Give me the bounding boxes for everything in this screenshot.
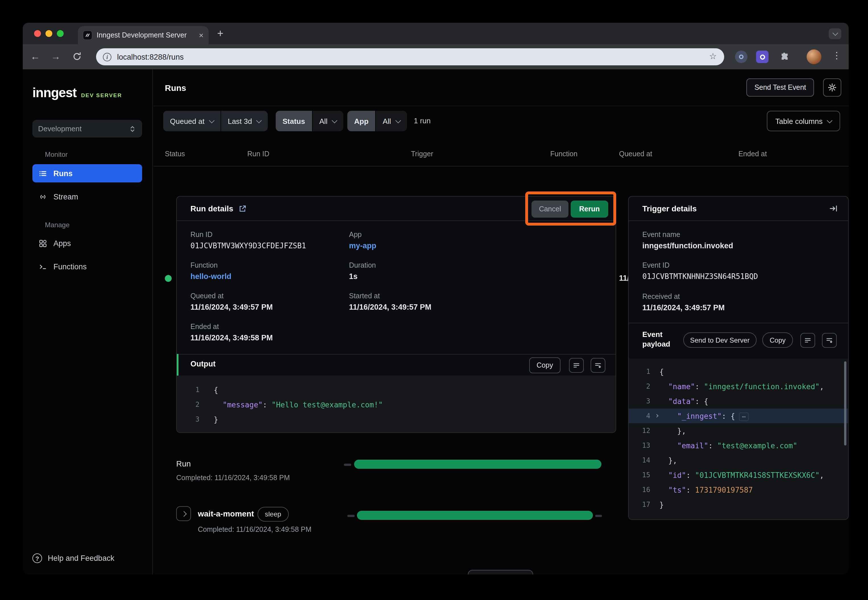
payload-scroll-to-bottom-button[interactable] [822,333,837,348]
code-text: "data": { [650,397,708,405]
code-line: 4› "_inngest": {⋯ [629,409,848,423]
line-number: 12 [629,427,650,435]
table-columns-button[interactable]: Table columns [767,111,840,131]
line-number: 2 [629,382,650,390]
payload-divider [629,323,848,323]
date-range-filter[interactable]: Last 3d [221,111,268,131]
bottom-cutoff-button[interactable] [468,570,533,574]
site-info-icon[interactable]: i [103,53,111,61]
browser-tab-strip: Inngest Development Server × + [23,23,849,44]
tab-search-button[interactable] [829,29,841,39]
event-id-value: 01JCVBTMTKNHNHZ3SN64R51BQD [642,272,758,281]
browser-menu-icon[interactable]: ⋮ [832,50,841,61]
runs-icon [39,169,47,177]
chevron-down-icon [209,117,215,123]
reload-button[interactable] [70,52,83,64]
sidebar-item-label: Functions [53,262,86,271]
column-header-queued-at: Queued at [619,150,652,158]
trigger-details-header: Trigger details [629,197,848,221]
sidebar-item-functions[interactable]: Functions [32,258,142,276]
page-title: Runs [165,83,186,92]
close-window-button[interactable] [34,30,41,37]
timeline-tick [348,515,355,517]
queued-at-filter[interactable]: Queued at [163,111,220,131]
app-filter-value[interactable]: All [376,111,407,131]
output-title: Output [190,360,215,368]
extension-icon-1[interactable] [735,51,748,63]
column-header-ended-at: Ended at [738,150,767,158]
run-timeline-bar[interactable] [354,460,601,469]
collapse-caret-icon[interactable]: › [655,409,660,423]
forward-to-line-button[interactable] [829,204,838,215]
extensions-puzzle-icon[interactable] [778,51,790,63]
payload-scrollbar[interactable] [844,361,847,445]
step-expand-button[interactable] [176,506,191,521]
code-line: 15 "id": "01JCVBTMTKR41S8STTKEXSKX6C", [629,468,848,482]
output-copy-button[interactable]: Copy [529,358,560,373]
run-count: 1 run [414,117,431,125]
extension-icon-2[interactable] [756,51,768,63]
payload-copy-button[interactable]: Copy [762,332,793,348]
sidebar-item-runs[interactable]: Runs [32,164,142,182]
send-to-dev-server-button[interactable]: Send to Dev Server [683,332,756,348]
bookmark-star-icon[interactable]: ☆ [709,51,717,61]
run-id-value: 01JCVBTMV3WXY9D3CFDEJFZSB1 [190,241,306,250]
status-filter-value[interactable]: All [313,111,343,131]
lines-icon [804,336,812,344]
payload-wrap-lines-button[interactable] [800,333,815,348]
address-bar[interactable]: i localhost:8288/runs ☆ [96,48,724,65]
forward-button[interactable]: → [49,51,62,63]
code-text: { [650,367,664,376]
event-name-value: inngest/function.invoked [642,241,733,250]
lines-arrow-down-icon [826,336,833,344]
help-and-feedback[interactable]: ? Help and Feedback [32,553,114,563]
sidebar-item-label: Stream [53,192,78,201]
settings-button[interactable] [823,79,841,97]
code-text: "ts": 1731790197587 [650,485,753,494]
table-columns-label: Table columns [775,117,822,125]
sidebar-item-stream[interactable]: Stream [32,188,142,206]
app-filter-group: App All [348,111,407,131]
app-filter-label: App [348,111,375,131]
trigger-details-title: Trigger details [642,204,697,213]
sleep-badge: sleep [258,507,288,521]
tab-close-icon[interactable]: × [199,31,203,39]
app-link[interactable]: my-app [349,241,376,250]
send-test-event-button[interactable]: Send Test Event [747,79,814,97]
ended-at-value: 11/16/2024, 3:49:58 PM [190,333,273,342]
status-filter-group: Status All [276,111,343,131]
code-line: 3} [177,412,616,427]
external-link-icon[interactable] [238,204,247,213]
back-button[interactable]: ← [29,51,42,63]
profile-avatar[interactable] [807,49,821,64]
lines-arrow-down-icon [594,361,602,369]
inngest-app: inngest DEV SERVER Development Monitor R… [23,69,849,574]
run-details-card: Run details Cancel Rerun Run ID 01JCVBTM… [176,196,616,433]
run-id-label: Run ID [190,231,212,239]
status-value-label: All [319,117,328,125]
line-number: 3 [629,397,650,405]
time-filter-group: Queued at Last 3d [163,111,268,131]
browser-tab[interactable]: Inngest Development Server × [78,26,209,44]
new-tab-button[interactable]: + [217,27,223,40]
sidebar-item-apps[interactable]: Apps [32,234,142,252]
annotation-highlight [525,191,616,226]
code-text: "_inngest": {⋯ [650,412,748,420]
wrap-lines-button[interactable] [569,358,584,373]
help-icon: ? [32,553,42,563]
line-number: 14 [629,456,650,464]
minimize-window-button[interactable] [46,30,52,37]
function-link[interactable]: hello-world [190,272,231,281]
line-number: 15 [629,471,650,479]
step-timeline-bar[interactable] [357,511,593,520]
scroll-to-bottom-button[interactable] [590,358,605,373]
line-number: 1 [177,386,200,394]
line-number: 17 [629,501,650,509]
queued-at-label: Queued at [190,292,224,300]
table-row[interactable]: Completed 01JCVBTMV3WXY9D3CFDEJFZSB1 «• … [153,167,849,196]
zoom-window-button[interactable] [57,30,64,37]
code-line: 2 "message": "Hello test@example.com!" [177,397,616,412]
environment-selector[interactable]: Development [32,120,142,138]
line-number: 13 [629,441,650,449]
timeline-tick [595,515,602,517]
